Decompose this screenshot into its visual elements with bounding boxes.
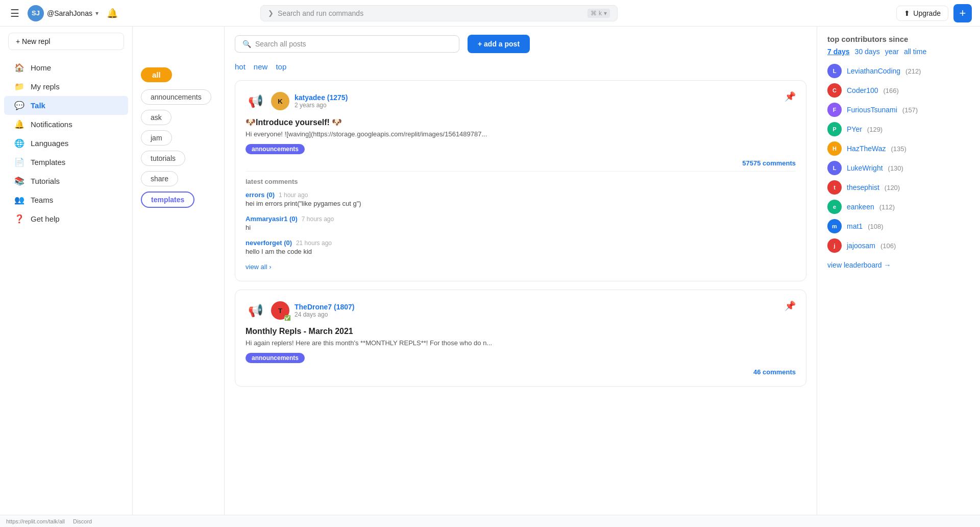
comment-author[interactable]: neverforget (0) — [246, 239, 292, 247]
comment-time: 1 hour ago — [279, 191, 308, 199]
sidebar-item-home[interactable]: 🏠 Home — [4, 58, 128, 77]
contributor-score: (129) — [867, 126, 883, 133]
tag-all-button[interactable]: all — [141, 67, 172, 82]
contributor-name[interactable]: LeviathanCoding — [847, 67, 900, 75]
pin-icon: 📌 — [785, 300, 796, 312]
feed-tabs: hot new top — [235, 61, 806, 72]
post-header: 📢 T ✅ TheDrone7 (1807) 24 days ago — [246, 300, 796, 321]
post-timestamp: 24 days ago — [295, 311, 354, 318]
sidebar-label-talk: Talk — [31, 101, 45, 110]
feed-column: 🔍 Search all posts + add a post hot new … — [225, 27, 817, 515]
sidebar-label-languages: Languages — [31, 139, 68, 148]
contributor-row: t thesephist (120) — [827, 180, 970, 195]
latest-comments-section: latest comments errors (0) 1 hour ago he… — [246, 171, 796, 271]
contributor-score: (106) — [880, 242, 896, 250]
post-card: 📌 📢 K katyadee (1275) 2 years ago 🐶Intro… — [235, 80, 806, 281]
tab-top[interactable]: top — [276, 61, 286, 72]
contributor-score: (212) — [905, 67, 921, 75]
sidebar-item-notifications[interactable]: 🔔 Notifications — [4, 115, 128, 134]
time-filter-alltime[interactable]: all time — [904, 47, 926, 56]
kbd-k: k — [599, 10, 602, 17]
comment-text: hi — [246, 224, 796, 231]
pin-icon: 📌 — [785, 91, 796, 102]
tag-share-button[interactable]: share — [141, 171, 178, 186]
username-label: @SarahJonas — [47, 9, 92, 17]
user-menu-button[interactable]: SJ @SarahJonas ▾ — [28, 5, 99, 21]
hamburger-button[interactable]: ☰ — [8, 5, 21, 21]
post-title[interactable]: 🐶Introduce yourself! 🐶 — [246, 117, 796, 127]
contributor-name[interactable]: jajoosam — [847, 242, 875, 250]
sidebar-label-tutorials: Tutorials — [31, 177, 60, 185]
tag-announcements-button[interactable]: announcements — [141, 89, 211, 105]
verified-badge: ✅ — [284, 315, 290, 321]
contributor-name[interactable]: FuriousTsunami — [847, 106, 897, 114]
new-repl-label: + New repl — [16, 37, 50, 45]
tag-jam-button[interactable]: jam — [141, 130, 172, 146]
command-search-text: Search and run commands — [278, 9, 583, 17]
plus-icon: + — [960, 7, 966, 20]
contributor-score: (108) — [868, 223, 883, 230]
new-repl-button[interactable]: + New repl — [8, 33, 124, 50]
sidebar-item-tutorials[interactable]: 📚 Tutorials — [4, 172, 128, 190]
contributor-avatar: H — [827, 141, 842, 156]
tab-hot[interactable]: hot — [235, 61, 246, 72]
latest-comments-label: latest comments — [246, 178, 796, 185]
contributor-score: (135) — [891, 145, 906, 153]
upgrade-button[interactable]: ⬆ Upgrade — [896, 6, 948, 21]
contributor-name[interactable]: mat1 — [847, 222, 863, 230]
contributor-name[interactable]: PYer — [847, 125, 862, 133]
post-avatar: T ✅ — [271, 301, 289, 320]
kbd-chevron: ▾ — [604, 10, 607, 17]
status-url: https://replit.com/talk/all — [6, 518, 65, 524]
time-filter-30days[interactable]: 30 days — [855, 47, 880, 56]
contributor-name[interactable]: LukeWright — [847, 164, 883, 172]
post-author-name[interactable]: TheDrone7 (1807) — [295, 303, 354, 311]
feed-header: 🔍 Search all posts + add a post — [235, 35, 806, 53]
sidebar-label-templates: Templates — [31, 158, 65, 166]
contributor-name[interactable]: eankeen — [847, 203, 874, 211]
globe-icon: 🌐 — [14, 138, 24, 148]
sidebar-item-talk[interactable]: 💬 Talk — [4, 96, 128, 115]
view-leaderboard-link[interactable]: view leaderboard → — [827, 261, 970, 269]
view-all-link[interactable]: view all › — [246, 263, 272, 271]
bell-button[interactable]: 🔔 — [107, 8, 118, 19]
tag-templates-button[interactable]: templates — [141, 191, 194, 208]
comment-author[interactable]: errors (0) — [246, 191, 275, 199]
templates-icon: 📄 — [14, 157, 24, 167]
tag-ask-button[interactable]: ask — [141, 110, 172, 125]
sidebar-label-notifications: Notifications — [31, 120, 72, 129]
contributor-score: (157) — [902, 106, 918, 114]
time-filter-7days[interactable]: 7 days — [827, 47, 850, 56]
command-search-bar[interactable]: ❯ Search and run commands ⌘ k ▾ — [260, 5, 618, 21]
folder-icon: 📁 — [14, 82, 24, 91]
post-timestamp: 2 years ago — [295, 102, 348, 109]
post-tag-badge[interactable]: announcements — [246, 353, 305, 363]
add-button[interactable]: + — [953, 4, 972, 22]
book-icon: 📚 — [14, 176, 24, 186]
sidebar-item-templates[interactable]: 📄 Templates — [4, 153, 128, 172]
post-author-name[interactable]: katyadee (1275) — [295, 93, 348, 102]
post-header: 📢 K katyadee (1275) 2 years ago — [246, 91, 796, 111]
sidebar-item-languages[interactable]: 🌐 Languages — [4, 134, 128, 153]
sidebar-item-get-help[interactable]: ❓ Get help — [4, 209, 128, 228]
contributor-avatar: j — [827, 238, 842, 253]
tag-tutorials-button[interactable]: tutorials — [141, 151, 185, 166]
sidebar-label-home: Home — [31, 63, 51, 72]
avatar: SJ — [28, 5, 44, 21]
add-post-button[interactable]: + add a post — [468, 35, 530, 53]
time-filter-year[interactable]: year — [885, 47, 899, 56]
contributor-name[interactable]: HazTheWaz — [847, 145, 886, 153]
post-title[interactable]: Monthly Repls - March 2021 — [246, 327, 796, 336]
contributor-name[interactable]: Coder100 — [847, 86, 878, 94]
sidebar-label-get-help: Get help — [31, 214, 60, 223]
post-tag-badge[interactable]: announcements — [246, 144, 305, 154]
sidebar-item-teams[interactable]: 👥 Teams — [4, 190, 128, 209]
contributor-name[interactable]: thesephist — [847, 183, 879, 191]
tab-new[interactable]: new — [254, 61, 268, 72]
contributor-row: C Coder100 (166) — [827, 83, 970, 98]
contributor-row: L LeviathanCoding (212) — [827, 64, 970, 78]
comment-author[interactable]: Ammaryasir1 (0) — [246, 215, 298, 223]
sidebar-item-my-repls[interactable]: 📁 My repls — [4, 77, 128, 96]
content-area: all announcements ask jam tutorials shar… — [133, 27, 980, 515]
search-posts-input[interactable]: 🔍 Search all posts — [235, 35, 459, 53]
